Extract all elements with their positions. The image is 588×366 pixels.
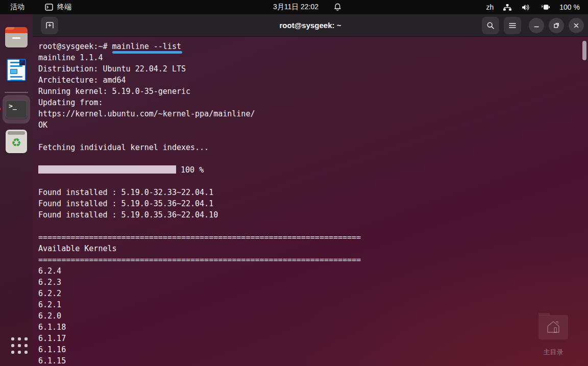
terminal-line: 6.2.3 [38,277,578,288]
typed-command: mainline --list [112,42,181,51]
battery-charging-icon [539,4,550,11]
terminal-window: root@sysgeek: ~ [33,14,588,366]
terminal-line [38,176,578,187]
terminal-line: ========================================… [38,254,578,265]
terminal-line: Found installed : 5.19.0-32.33~22.04.1 [38,187,578,198]
terminal-line: Found installed : 5.19.0.35.36~22.04.10 [38,209,578,221]
scrollbar-thumb[interactable] [582,41,586,60]
terminal-line: Distribution: Ubuntu 22.04.2 LTS [38,63,578,75]
clock-button[interactable]: 3月11日 22:02 [271,0,321,14]
dock-item-files[interactable] [5,26,28,49]
terminal-line: 6.1.16 [38,344,578,355]
terminal-line: 6.2.0 [38,310,578,322]
terminal-line: 6.2.4 [38,265,578,277]
focused-app-menu[interactable]: 终端 [43,0,74,14]
terminal-line: https://kernel.ubuntu.com/~kernel-ppa/ma… [38,108,578,119]
window-title: root@sysgeek: ~ [280,21,341,30]
terminal-app-icon [45,4,53,11]
terminal-line: 6.1.18 [38,322,578,333]
terminal-line: Running kernel: 5.19.0-35-generic [38,86,578,97]
terminal-line: 6.1.17 [38,333,578,344]
terminal-line: ========================================… [38,232,578,243]
terminal-line [38,153,578,164]
notification-bell-icon[interactable] [334,3,341,11]
minimize-button[interactable] [529,18,544,33]
terminal-line: Found installed : 5.19.0-35.36~22.04.1 [38,198,578,209]
dock-item-terminal[interactable]: >_ [3,95,30,124]
libreoffice-writer-icon [7,59,26,81]
terminal-line: 6.2.1 [38,299,578,310]
battery-percent-label: 100 % [559,3,580,11]
trash-icon: ♻ [11,137,21,149]
activities-label: 活动 [10,3,24,12]
close-button[interactable] [569,18,584,33]
input-method-indicator: zh [486,3,494,11]
progress-bar [38,165,176,174]
terminal-line: mainline 1.1.4 [38,52,578,63]
dock-item-trash[interactable]: ♻ [6,130,27,153]
terminal-line: 6.2.2 [38,288,578,299]
terminal-viewport[interactable]: 主目录 root@sysgeek:~# mainline --listmainl… [33,37,588,366]
files-icon [5,27,28,47]
search-button[interactable] [482,17,499,34]
system-status-area[interactable]: zh 100 % [486,3,588,11]
desktop: >_ ♻ root@sysgeek: ~ [0,14,588,366]
running-indicator-dot [0,108,1,111]
terminal-line: Architecture: amd64 [38,75,578,86]
new-tab-button[interactable] [41,17,58,34]
focused-app-label: 终端 [57,3,71,12]
dock-item-libreoffice-writer[interactable] [5,58,28,82]
terminal-line: Fetching individual kernel indexes... [38,142,578,153]
wired-network-icon [503,4,512,11]
terminal-line: root@sysgeek:~# mainline --list [38,41,578,52]
terminal-line: OK [38,119,578,131]
window-titlebar[interactable]: root@sysgeek: ~ [33,14,588,37]
menu-button[interactable] [504,17,521,34]
terminal-line [38,131,578,142]
volume-icon [521,4,530,11]
clock-label: 3月11日 22:02 [273,3,318,12]
terminal-line: 100 % [38,164,578,176]
terminal-line: Updating from: [38,97,578,108]
dock-separator [5,92,28,93]
terminal-line: Available Kernels [38,243,578,254]
top-bar: 活动 终端 3月11日 22:02 zh 100 % [0,0,588,14]
dock: >_ ♻ [0,14,33,366]
terminal-line: 6.1.15 [38,355,578,366]
activities-button[interactable]: 活动 [8,0,27,14]
maximize-restore-button[interactable] [549,18,564,33]
terminal-icon: >_ [6,100,27,118]
terminal-output: root@sysgeek:~# mainline --listmainline … [38,41,578,366]
terminal-line [38,221,578,232]
